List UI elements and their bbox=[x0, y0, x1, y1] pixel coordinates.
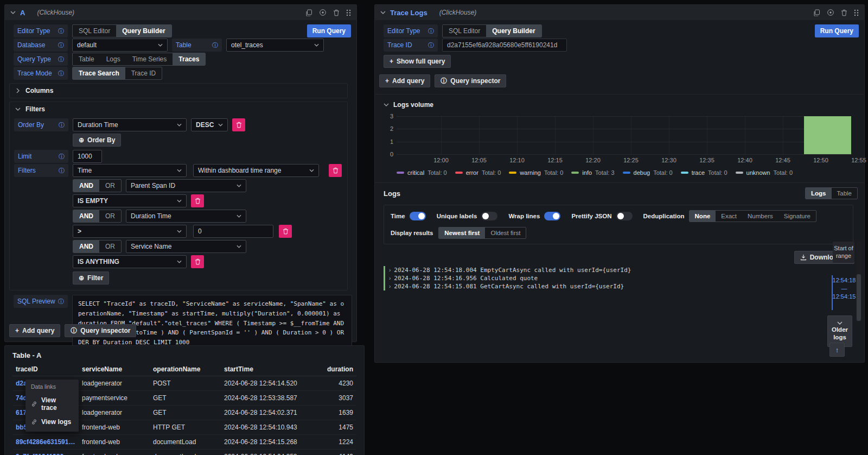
panel-title[interactable]: A bbox=[20, 9, 25, 17]
trace-mode-search[interactable]: Trace Search bbox=[73, 67, 125, 79]
expand-chevron-icon[interactable]: › bbox=[389, 275, 391, 281]
query-type-logs[interactable]: Logs bbox=[100, 53, 126, 65]
filter3-andor-toggle[interactable]: AND OR bbox=[73, 240, 122, 253]
time-filter-operator-select[interactable]: Within dashboard time range bbox=[193, 164, 319, 177]
trace-link[interactable]: 9a7faf01941986... bbox=[12, 450, 79, 455]
deduplication-toggle[interactable]: None Exact Numbers Signature bbox=[689, 210, 816, 222]
prettify-json-toggle[interactable] bbox=[616, 212, 633, 220]
and-option[interactable]: AND bbox=[73, 241, 99, 252]
dedup-signature[interactable]: Signature bbox=[778, 211, 816, 222]
time-filter-field-select[interactable]: Time bbox=[73, 164, 187, 177]
columns-section-header[interactable]: Columns bbox=[10, 84, 347, 98]
order-by-field-select[interactable]: Duration Time bbox=[73, 118, 187, 131]
range-start-time[interactable]: 12:54:18 bbox=[833, 277, 856, 283]
dedup-numbers[interactable]: Numbers bbox=[742, 211, 778, 222]
filter2-value-input[interactable]: 0 bbox=[193, 225, 273, 238]
eye-icon[interactable] bbox=[319, 9, 327, 16]
run-query-button[interactable]: Run Query bbox=[815, 24, 859, 37]
legend-item[interactable]: warningTotal: 0 bbox=[509, 169, 563, 176]
query-inspector-button[interactable]: ⓘQuery inspector bbox=[65, 324, 136, 337]
sql-editor-option[interactable]: SQL Editor bbox=[73, 25, 116, 37]
wrap-lines-toggle[interactable] bbox=[544, 212, 560, 220]
legend-item[interactable]: criticalTotal: 0 bbox=[397, 169, 447, 176]
trace-link[interactable]: 89cf4286e631591b4... bbox=[12, 435, 79, 450]
logs-scrollbar[interactable] bbox=[856, 242, 861, 322]
or-option[interactable]: OR bbox=[99, 210, 121, 222]
newest-first-option[interactable]: Newest first bbox=[439, 228, 485, 238]
copy-icon[interactable] bbox=[305, 9, 312, 16]
dedup-none[interactable]: None bbox=[690, 211, 716, 222]
col-duration[interactable]: duration bbox=[312, 363, 356, 376]
sql-editor-option[interactable]: SQL Editor bbox=[443, 25, 486, 37]
run-query-button[interactable]: Run Query bbox=[307, 24, 351, 37]
filter3-field-select[interactable]: Service Name bbox=[126, 240, 246, 253]
query-builder-option[interactable]: Query Builder bbox=[116, 25, 171, 37]
or-option[interactable]: OR bbox=[99, 180, 121, 192]
filter1-andor-toggle[interactable]: AND OR bbox=[73, 179, 122, 192]
order-by-direction-select[interactable]: DESC bbox=[191, 118, 228, 131]
add-filter-button[interactable]: ⊕Filter bbox=[73, 271, 109, 285]
scroll-to-top-button[interactable]: ↑ bbox=[829, 343, 845, 357]
panel-title[interactable]: Trace Logs bbox=[390, 9, 427, 17]
add-query-button[interactable]: +Add query bbox=[379, 74, 430, 87]
editor-type-toggle[interactable]: SQL Editor Query Builder bbox=[442, 24, 542, 37]
remove-order-by-button[interactable] bbox=[232, 118, 245, 131]
filter2-operator-select[interactable]: > bbox=[73, 225, 187, 238]
dedup-exact[interactable]: Exact bbox=[716, 211, 742, 222]
query-type-traces[interactable]: Traces bbox=[173, 53, 205, 65]
query-type-timeseries[interactable]: Time Series bbox=[126, 53, 173, 65]
log-row[interactable]: ›2024-06-28 12:54:15.081 GetCartAsync ca… bbox=[384, 282, 778, 290]
table-select[interactable]: otel_traces bbox=[226, 39, 324, 52]
remove-filter3-button[interactable] bbox=[191, 255, 204, 268]
filter2-andor-toggle[interactable]: AND OR bbox=[73, 210, 122, 223]
database-select[interactable]: default bbox=[72, 39, 168, 52]
trash-icon[interactable] bbox=[841, 9, 847, 16]
collapse-chevron-icon[interactable] bbox=[10, 11, 16, 14]
collapse-chevron-icon[interactable] bbox=[380, 11, 386, 14]
query-type-toggle[interactable]: Table Logs Time Series Traces bbox=[72, 53, 206, 66]
drag-handle-icon[interactable] bbox=[346, 9, 351, 16]
unique-labels-toggle[interactable] bbox=[481, 212, 497, 220]
eye-icon[interactable] bbox=[827, 9, 834, 16]
filter2-field-select[interactable]: Duration Time bbox=[126, 210, 246, 223]
view-logs-link[interactable]: View logs bbox=[25, 415, 79, 429]
logs-volume-chart[interactable]: 3 2 1 0 bbox=[397, 116, 851, 154]
add-query-button[interactable]: +Add query bbox=[9, 324, 60, 337]
logs-view-option[interactable]: Logs bbox=[806, 188, 831, 199]
logs-volume-header[interactable]: Logs volume bbox=[384, 98, 860, 112]
legend-item[interactable]: unknownTotal: 0 bbox=[736, 169, 793, 176]
filter3-operator-select[interactable]: IS ANYTHING bbox=[73, 255, 187, 268]
limit-input[interactable]: 1000 bbox=[73, 150, 102, 163]
copy-icon[interactable] bbox=[813, 9, 820, 16]
remove-filter2-button[interactable] bbox=[279, 225, 292, 238]
log-row[interactable]: ›2024-06-28 12:54:18.004 EmptyCartAsync … bbox=[384, 266, 778, 274]
filters-section-header[interactable]: Filters bbox=[10, 102, 347, 116]
col-starttime[interactable]: startTime bbox=[221, 363, 312, 376]
display-results-toggle[interactable]: Newest first Oldest first bbox=[438, 227, 526, 239]
expand-chevron-icon[interactable]: › bbox=[389, 283, 391, 289]
info-logs-bar[interactable] bbox=[804, 116, 851, 154]
editor-type-toggle[interactable]: SQL Editor Query Builder bbox=[72, 24, 172, 37]
and-option[interactable]: AND bbox=[73, 180, 99, 192]
col-traceid[interactable]: traceID bbox=[12, 363, 79, 376]
legend-item[interactable]: errorTotal: 0 bbox=[455, 169, 501, 176]
col-operationname[interactable]: operationName bbox=[150, 363, 221, 376]
drag-handle-icon[interactable] bbox=[854, 9, 859, 16]
logs-view-toggle[interactable]: Logs Table bbox=[805, 187, 858, 199]
table-view-option[interactable]: Table bbox=[832, 188, 858, 199]
trace-mode-toggle[interactable]: Trace Search Trace ID bbox=[72, 67, 162, 80]
remove-filter1-button[interactable] bbox=[191, 194, 204, 207]
log-row[interactable]: ›2024-06-28 12:54:16.956 Calculated quot… bbox=[384, 274, 778, 282]
query-inspector-button[interactable]: ⓘQuery inspector bbox=[435, 74, 506, 87]
trace-id-input[interactable]: d2a7155ef6a928a05680e5ff6190241d bbox=[442, 39, 567, 52]
legend-item[interactable]: traceTotal: 0 bbox=[681, 169, 727, 176]
or-option[interactable]: OR bbox=[99, 241, 121, 252]
filter1-field-select[interactable]: Parent Span ID bbox=[126, 179, 246, 192]
show-full-query-button[interactable]: +Show full query bbox=[384, 55, 451, 68]
col-servicename[interactable]: serviceName bbox=[79, 363, 150, 376]
view-trace-link[interactable]: View trace bbox=[25, 393, 79, 415]
range-end-time[interactable]: 12:54:15 bbox=[833, 293, 856, 300]
trace-mode-id[interactable]: Trace ID bbox=[125, 67, 162, 79]
query-type-table[interactable]: Table bbox=[73, 53, 100, 65]
and-option[interactable]: AND bbox=[73, 210, 99, 222]
